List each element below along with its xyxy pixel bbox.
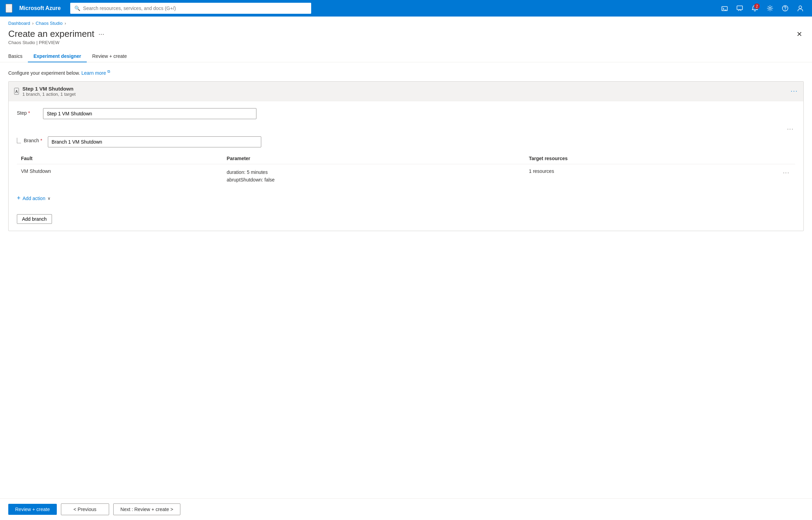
previous-button[interactable]: < Previous bbox=[61, 503, 109, 515]
footer: Review + create < Previous Next : Review… bbox=[0, 498, 812, 520]
page-title-group: Create an experiment ··· Chaos Studio | … bbox=[8, 29, 104, 45]
step-required-star: * bbox=[28, 110, 30, 116]
branch-more-row: ··· bbox=[17, 125, 795, 134]
table-row: VM Shutdown duration: 5 minutes abruptSh… bbox=[17, 164, 795, 188]
page-title-more-button[interactable]: ··· bbox=[98, 30, 104, 38]
branch-connector-shape bbox=[17, 138, 21, 143]
learn-more-link[interactable]: Learn more ⧉ bbox=[81, 70, 110, 76]
breadcrumb: Dashboard › Chaos Studio › bbox=[0, 17, 812, 26]
add-action-chevron-icon: ∨ bbox=[48, 196, 51, 201]
parameter-col-header: Parameter bbox=[223, 153, 525, 164]
feedback-icon[interactable] bbox=[734, 2, 746, 14]
target-resources-cell: 1 resources bbox=[525, 164, 778, 188]
page-title: Create an experiment ··· bbox=[8, 29, 104, 39]
branch-options-button[interactable]: ··· bbox=[786, 125, 795, 134]
tab-review-create[interactable]: Review + create bbox=[87, 51, 133, 62]
tab-basics[interactable]: Basics bbox=[8, 51, 28, 62]
notifications-button[interactable]: 2 bbox=[749, 2, 761, 14]
step-header: ∧ Step 1 VM Shutdown 1 branch, 1 action,… bbox=[9, 82, 803, 101]
row-more-button[interactable]: ··· bbox=[782, 168, 791, 177]
add-action-button[interactable]: + Add action ∨ bbox=[17, 193, 51, 203]
branch-name-input[interactable] bbox=[48, 136, 261, 147]
fault-col-header: Fault bbox=[17, 153, 223, 164]
settings-button[interactable] bbox=[764, 2, 776, 14]
terminal-icon[interactable] bbox=[718, 2, 731, 14]
add-action-row: + Add action ∨ bbox=[17, 193, 795, 209]
svg-point-6 bbox=[799, 6, 802, 9]
step-card: ∧ Step 1 VM Shutdown 1 branch, 1 action,… bbox=[8, 81, 804, 231]
svg-point-5 bbox=[785, 10, 785, 10]
fault-table: Fault Parameter Target resources VM Shut… bbox=[17, 153, 795, 188]
step-header-left: ∧ Step 1 VM Shutdown 1 branch, 1 action,… bbox=[14, 86, 76, 97]
branch-required-star: * bbox=[40, 138, 42, 143]
hamburger-button[interactable]: ☰ bbox=[6, 4, 12, 13]
search-icon: 🔍 bbox=[74, 6, 80, 11]
search-input[interactable] bbox=[83, 6, 307, 11]
add-action-label: Add action bbox=[23, 196, 45, 201]
search-bar[interactable]: 🔍 bbox=[70, 3, 311, 14]
close-button[interactable]: ✕ bbox=[795, 29, 804, 40]
parameter-cell: duration: 5 minutes abruptShutdown: fals… bbox=[223, 164, 525, 188]
row-actions-cell: ··· bbox=[778, 164, 795, 188]
step-body: Step * ··· Branch * bbox=[9, 101, 803, 231]
brand-label: Microsoft Azure bbox=[19, 5, 61, 11]
branch-label-group: Branch * bbox=[17, 136, 42, 143]
step-collapse-button[interactable]: ∧ bbox=[14, 88, 19, 95]
configure-text: Configure your experiment below. Learn m… bbox=[8, 69, 804, 76]
branch-field-row: Branch * bbox=[17, 136, 795, 147]
target-col-header: Target resources bbox=[525, 153, 778, 164]
breadcrumb-chaos-studio[interactable]: Chaos Studio bbox=[36, 21, 63, 26]
breadcrumb-dashboard[interactable]: Dashboard bbox=[8, 21, 30, 26]
add-action-plus-icon: + bbox=[17, 195, 21, 202]
step-subtitle: 1 branch, 1 action, 1 target bbox=[22, 92, 76, 97]
top-nav: ☰ Microsoft Azure 🔍 2 bbox=[0, 0, 812, 17]
add-branch-button[interactable]: Add branch bbox=[17, 214, 52, 224]
fault-cell: VM Shutdown bbox=[17, 164, 223, 188]
step-field-row: Step * bbox=[17, 108, 795, 119]
tab-experiment-designer[interactable]: Experiment designer bbox=[28, 51, 87, 62]
next-button[interactable]: Next : Review + create > bbox=[113, 503, 180, 515]
help-button[interactable] bbox=[779, 2, 791, 14]
step-name-input[interactable] bbox=[43, 108, 256, 119]
step-field-label: Step * bbox=[17, 108, 38, 116]
external-link-icon: ⧉ bbox=[107, 69, 110, 73]
nav-icon-group: 2 bbox=[718, 2, 806, 14]
tab-bar: Basics Experiment designer Review + crea… bbox=[0, 45, 812, 62]
step-title-group: Step 1 VM Shutdown 1 branch, 1 action, 1… bbox=[22, 86, 76, 97]
svg-point-3 bbox=[769, 7, 771, 9]
step-more-button[interactable]: ··· bbox=[791, 87, 798, 95]
notification-badge: 2 bbox=[754, 3, 760, 9]
svg-rect-2 bbox=[737, 6, 742, 10]
breadcrumb-sep-2: › bbox=[65, 21, 66, 26]
page-subtitle: Chaos Studio | PREVIEW bbox=[8, 40, 104, 45]
step-title: Step 1 VM Shutdown bbox=[22, 86, 76, 92]
review-create-button[interactable]: Review + create bbox=[8, 504, 57, 515]
content-area: Configure your experiment below. Learn m… bbox=[0, 62, 812, 498]
actions-col-header bbox=[778, 153, 795, 164]
main-wrapper: Dashboard › Chaos Studio › Create an exp… bbox=[0, 17, 812, 520]
account-button[interactable] bbox=[794, 2, 806, 14]
breadcrumb-sep-1: › bbox=[32, 21, 34, 26]
page-header: Create an experiment ··· Chaos Studio | … bbox=[0, 26, 812, 45]
